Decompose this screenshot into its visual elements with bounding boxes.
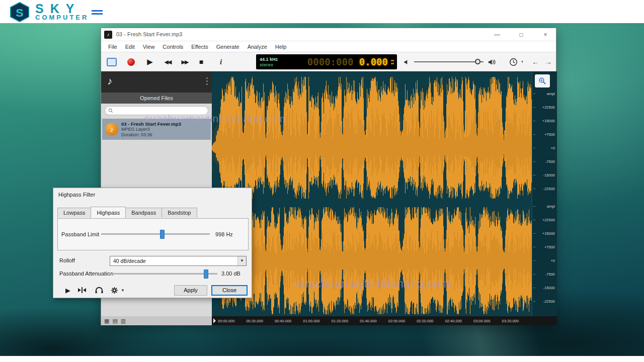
clock-dropdown-caret[interactable]: ▾ <box>520 52 525 71</box>
ruler-tick-label: +22500 <box>532 105 555 110</box>
timeline-label: 00:20.000 <box>246 319 263 323</box>
brand-dash-decoration <box>92 10 103 12</box>
screen: S SKY COMPUTER ♪ 03 - Fresh Start Fever.… <box>0 0 644 362</box>
window-title-bar[interactable]: ♪ 03 - Fresh Start Fever.mp3 — □ × <box>101 28 556 41</box>
search-icon <box>108 108 113 113</box>
tab-lowpass[interactable]: Lowpass <box>57 208 91 218</box>
files-panel-header: ♪ <box>101 71 212 93</box>
volume-mute-icon[interactable] <box>402 52 411 71</box>
sample-rate-label: 44.1 kHz <box>260 57 287 62</box>
passband-limit-handle[interactable] <box>160 230 165 239</box>
panel-grip-dots[interactable] <box>206 77 208 85</box>
file-name: 03 - Fresh Start Fever.mp3 <box>121 121 181 127</box>
file-list-item[interactable]: ♪ 03 - Fresh Start Fever.mp3 MPEG Layer3… <box>102 119 211 140</box>
passband-limit-slider[interactable] <box>101 233 210 235</box>
svg-text:S: S <box>16 6 23 19</box>
view-columns-icon[interactable]: ▥ <box>121 317 126 324</box>
ruler-tick-label: +0 <box>532 258 555 263</box>
tab-highpass[interactable]: Highpass <box>91 207 126 218</box>
volume-handle[interactable] <box>475 59 480 64</box>
timeline-label: 02:40.000 <box>445 319 462 323</box>
channel-mode-label: stereo <box>260 62 287 67</box>
selection-trim-button[interactable] <box>75 285 89 295</box>
view-rows-icon[interactable]: ▤ <box>112 317 117 324</box>
ruler-tick-label: -22500 <box>532 299 555 304</box>
ruler-tick-label: ampl <box>532 204 555 209</box>
menu-generate[interactable]: Generate <box>212 44 244 50</box>
amplitude-ruler: ampl+22500+15000+7500+0-7500-15000-22500… <box>532 71 557 316</box>
maximize-button[interactable]: □ <box>512 28 531 41</box>
settings-button[interactable] <box>109 285 120 295</box>
navigate-back-button[interactable]: ← <box>529 52 542 71</box>
menu-bar: File Edit View Controls Effects Generate… <box>101 41 556 52</box>
menu-edit[interactable]: Edit <box>121 44 139 50</box>
timeline-label: 01:20.000 <box>332 319 348 323</box>
brand-name-bottom: COMPUTER <box>35 14 89 21</box>
attenuation-handle[interactable] <box>204 269 208 279</box>
selection-tool-button[interactable] <box>104 52 119 71</box>
ruler-tick-label: -22500 <box>532 187 555 191</box>
play-button[interactable]: ▶ <box>142 52 157 71</box>
menu-help[interactable]: Help <box>271 44 291 50</box>
close-dialog-button[interactable]: Close <box>211 285 248 296</box>
timeline-label: 00:40.000 <box>275 319 291 323</box>
gear-icon <box>111 287 118 294</box>
passband-limit-value: 998 Hz <box>215 231 233 237</box>
rolloff-label: Rolloff <box>59 257 75 263</box>
stop-button[interactable]: ■ <box>194 52 209 71</box>
window-title: 03 - Fresh Start Fever.mp3 <box>116 31 182 37</box>
attenuation-label: Passband Attenuation <box>59 270 113 277</box>
headphones-icon <box>95 287 104 294</box>
tab-bandpass[interactable]: Bandpass <box>125 208 162 218</box>
selection-tool-icon <box>107 58 117 66</box>
file-format: MPEG Layer3 <box>121 127 181 132</box>
app-icon: ♪ <box>104 31 112 39</box>
timeline-label: 03:20.000 <box>502 319 519 323</box>
rewind-button[interactable]: ◀◀ <box>159 52 176 71</box>
clock-icon[interactable] <box>507 52 520 71</box>
magnifier-icon <box>538 77 546 85</box>
file-search-box[interactable] <box>105 106 208 115</box>
menu-file[interactable]: File <box>104 44 121 50</box>
menu-view[interactable]: View <box>139 44 159 50</box>
volume-slider[interactable] <box>412 52 486 71</box>
waveform-canvas[interactable] <box>212 71 532 316</box>
waveform-area[interactable] <box>212 71 532 316</box>
ruler-tick-label: +15000 <box>532 119 555 123</box>
ruler-tick-label: +7500 <box>532 132 555 137</box>
volume-track[interactable] <box>414 61 484 62</box>
rolloff-dropdown[interactable]: 40 dB/decade ▼ <box>110 256 247 266</box>
attenuation-value: 3.00 dB <box>221 270 240 277</box>
transport-toolbar: ▶ ◀◀ ▶▶ ■ i 44.1 kHz stereo 0000:000 0.0… <box>101 52 556 71</box>
menu-effects[interactable]: Effects <box>187 44 212 50</box>
trim-icon <box>77 287 87 293</box>
filter-tabs: Lowpass Highpass Bandpass Bandstop <box>57 207 197 218</box>
record-button[interactable] <box>123 52 138 71</box>
tab-bandstop[interactable]: Bandstop <box>162 208 197 218</box>
apply-button[interactable]: Apply <box>174 285 207 296</box>
timeline-label: 02:20.000 <box>417 319 433 323</box>
preview-play-button[interactable]: ▶ <box>62 285 73 295</box>
preview-listen-button[interactable] <box>93 285 106 295</box>
time-digits-dim: 0000:000 <box>307 56 354 67</box>
zoom-button[interactable] <box>535 74 550 87</box>
fast-forward-button[interactable]: ▶▶ <box>177 52 193 71</box>
menu-controls[interactable]: Controls <box>158 44 187 50</box>
volume-max-icon[interactable] <box>487 52 498 71</box>
timeline-label: 01:40.000 <box>360 319 376 323</box>
timeline-labels: 00:00.00000:20.00000:40.00001:00.00001:2… <box>218 316 519 325</box>
rolloff-value: 40 dB/decade <box>113 258 146 264</box>
settings-dropdown-caret[interactable]: ▼ <box>120 285 126 295</box>
close-button[interactable]: × <box>536 28 555 41</box>
search-input[interactable] <box>115 108 201 114</box>
timeline-bar[interactable]: 00:00.00000:20.00000:40.00001:00.00001:2… <box>212 316 557 325</box>
dropdown-caret-icon: ▼ <box>237 256 246 265</box>
dialog-title: Highpass Filter <box>58 192 95 198</box>
navigate-forward-button[interactable]: → <box>542 52 555 71</box>
menu-analyze[interactable]: Analyze <box>244 44 271 50</box>
minimize-button[interactable]: — <box>488 28 507 41</box>
playhead-marker[interactable] <box>213 318 216 323</box>
view-grid-icon[interactable]: ▦ <box>104 317 109 324</box>
info-button[interactable]: i <box>215 52 227 71</box>
attenuation-slider[interactable] <box>109 273 217 275</box>
